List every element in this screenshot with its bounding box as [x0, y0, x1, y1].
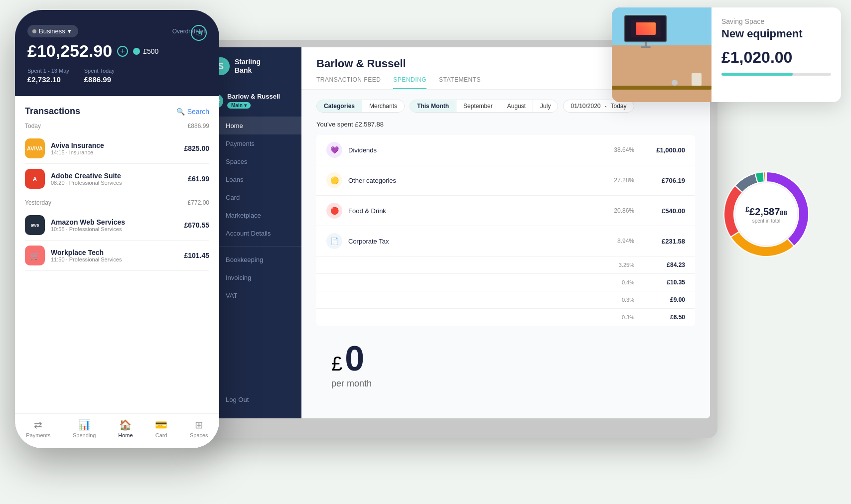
filter-july[interactable]: July: [533, 100, 558, 112]
spending-list: 💜 Dividends 38.64% £1,000.00 🟡 Other cat…: [316, 135, 695, 326]
aviva-meta: 14:15 · Insurance: [51, 149, 178, 155]
sidebar-home-label: Home: [226, 122, 243, 129]
small-row-1-amt: £84.23: [645, 261, 685, 268]
donut-total: ££2,58788: [745, 205, 787, 218]
phone-screen: Business ▾ Overdraft left 🛍 £10,252.90 +…: [15, 10, 219, 448]
transaction-adobe[interactable]: A Adobe Creative Suite 08:20 · Professio…: [25, 164, 209, 194]
spent-today-value: £886.99: [84, 75, 115, 84]
small-row-4-amt: £6.50: [645, 314, 685, 321]
donut-currency: £: [745, 205, 749, 213]
filter-this-month[interactable]: This Month: [410, 100, 456, 112]
main-content: Barlow & Russell TRANSACTION FEED SPENDI…: [301, 47, 710, 418]
nav-card-label: Card: [155, 432, 167, 438]
saving-progress-fill: [721, 73, 793, 76]
overdraft-amount: £500: [133, 47, 158, 55]
phone-header: Business ▾ Overdraft left 🛍 £10,252.90 +…: [15, 10, 219, 96]
desk-scene: [612, 7, 711, 102]
user-name: Barlow & Russell: [227, 93, 294, 100]
spent-today-stat: Spent Today £886.99: [84, 68, 115, 84]
nav-payments[interactable]: ⇄ Payments: [26, 419, 50, 438]
adobe-name: Adobe Creative Suite: [51, 172, 182, 180]
tax-name: Corporate Tax: [348, 238, 606, 245]
donut-label: spent in total: [745, 218, 787, 223]
spending-row-small-4: 0.3% £6.50: [316, 309, 695, 326]
filter-categories[interactable]: Categories: [317, 100, 362, 112]
donut-chart: ££2,58788 spent in total: [711, 159, 821, 269]
spent-total-text: You've spent £2,587.88: [316, 121, 695, 128]
user-account-badge: Main ▾: [227, 102, 251, 109]
main-body: Categories Merchants This Month Septembe…: [301, 90, 710, 409]
aws-amount: £670.55: [184, 221, 209, 229]
transactions-title: Transactions: [25, 106, 80, 117]
adobe-logo: A: [25, 169, 45, 189]
yesterday-section: Yesterday £772.00: [25, 199, 209, 206]
aviva-name: Aviva Insurance: [51, 141, 178, 149]
saving-space-card: Saving Space New equipment £1,020.00: [612, 7, 841, 102]
sidebar-spaces-label: Spaces: [226, 158, 247, 165]
workplace-name: Workplace Tech: [51, 249, 178, 256]
nav-card[interactable]: 💳 Card: [155, 419, 167, 438]
adobe-amount: £61.99: [188, 175, 209, 183]
nav-home[interactable]: 🏠 Home: [118, 419, 133, 438]
spent-today-label: Spent Today: [84, 68, 115, 74]
bottom-nav: ⇄ Payments 📊 Spending 🏠 Home 💳 Card ⊞: [15, 413, 219, 448]
balance-amount: £10,252.90: [27, 41, 112, 61]
saving-progress-bar-container: [721, 73, 831, 76]
nav-payments-label: Payments: [26, 432, 50, 438]
transaction-aviva[interactable]: AVIVA Aviva Insurance 14:15 · Insurance …: [25, 133, 209, 164]
spending-row-food[interactable]: 🔴 Food & Drink 20.86% £540.00: [316, 196, 695, 226]
adobe-meta: 08:20 · Professional Services: [51, 180, 182, 186]
phone-transactions: Transactions 🔍 Search Today £886.99 AVIV…: [15, 96, 219, 413]
sidebar-bookkeeping-label: Bookkeeping: [226, 256, 263, 263]
zero-amount: 0: [345, 341, 364, 376]
tab-spending[interactable]: SPENDING: [393, 76, 426, 89]
workplace-amount: £101.45: [184, 252, 209, 259]
date-filter-group: This Month September August July: [410, 100, 558, 113]
small-row-2-amt: £10.35: [645, 279, 685, 286]
saving-title: New equipment: [721, 27, 831, 40]
paper-stack: [692, 73, 702, 86]
filter-august[interactable]: August: [500, 100, 533, 112]
aws-meta: 10:55 · Professional Services: [51, 226, 178, 232]
workplace-meta: 11:50 · Professional Services: [51, 256, 178, 262]
spending-row-other[interactable]: 🟡 Other categories 27.28% £706.19: [316, 165, 695, 196]
dropdown-icon: ▾: [68, 27, 71, 35]
nav-spaces-label: Spaces: [190, 432, 208, 438]
small-row-3-pct: 0.3%: [612, 297, 634, 303]
sidebar-account-details-label: Account Details: [226, 230, 271, 237]
sidebar-card-label: Card: [226, 194, 240, 201]
search-button[interactable]: 🔍 Search: [176, 108, 209, 116]
home-icon: 🏠: [119, 419, 132, 431]
other-pct: 27.28%: [612, 177, 634, 184]
desk-surface: [612, 86, 711, 90]
small-row-2-pct: 0.4%: [612, 279, 634, 285]
aws-logo: aws: [25, 215, 45, 235]
adobe-info: Adobe Creative Suite 08:20 · Professiona…: [51, 172, 182, 186]
spending-row-small-1: 3.25% £84.23: [316, 256, 695, 274]
saving-card-image: [612, 7, 711, 102]
phone-container: Business ▾ Overdraft left 🛍 £10,252.90 +…: [15, 10, 224, 458]
donut-center: ££2,58788 spent in total: [745, 205, 787, 224]
nav-spending-label: Spending: [73, 432, 96, 438]
bag-icon[interactable]: 🛍: [191, 25, 207, 41]
other-icon: 🟡: [326, 172, 342, 188]
tab-transaction-feed[interactable]: TRANSACTION FEED: [316, 76, 381, 89]
transaction-aws[interactable]: aws Amazon Web Services 10:55 · Professi…: [25, 210, 209, 241]
tab-statements[interactable]: STATEMENTS: [439, 76, 481, 89]
dividends-amount: £1,000.00: [645, 146, 685, 154]
nav-spending[interactable]: 📊 Spending: [73, 419, 96, 438]
filter-merchants[interactable]: Merchants: [362, 100, 404, 112]
aws-name: Amazon Web Services: [51, 218, 178, 226]
spending-row-dividends[interactable]: 💜 Dividends 38.64% £1,000.00: [316, 135, 695, 165]
phone-shell: Business ▾ Overdraft left 🛍 £10,252.90 +…: [15, 10, 219, 448]
account-type-badge[interactable]: Business ▾: [27, 25, 78, 37]
transaction-workplace[interactable]: 🛒 Workplace Tech 11:50 · Professional Se…: [25, 241, 209, 271]
add-money-button[interactable]: +: [117, 46, 128, 57]
filter-september[interactable]: September: [456, 100, 500, 112]
food-icon: 🔴: [326, 203, 342, 219]
zero-prefix: £: [331, 353, 342, 375]
nav-spaces[interactable]: ⊞ Spaces: [190, 419, 208, 438]
spaces-icon: ⊞: [195, 419, 203, 431]
date-range-end: Today: [611, 103, 627, 110]
spending-row-tax[interactable]: 📄 Corporate Tax 8.94% £231.58: [316, 226, 695, 256]
